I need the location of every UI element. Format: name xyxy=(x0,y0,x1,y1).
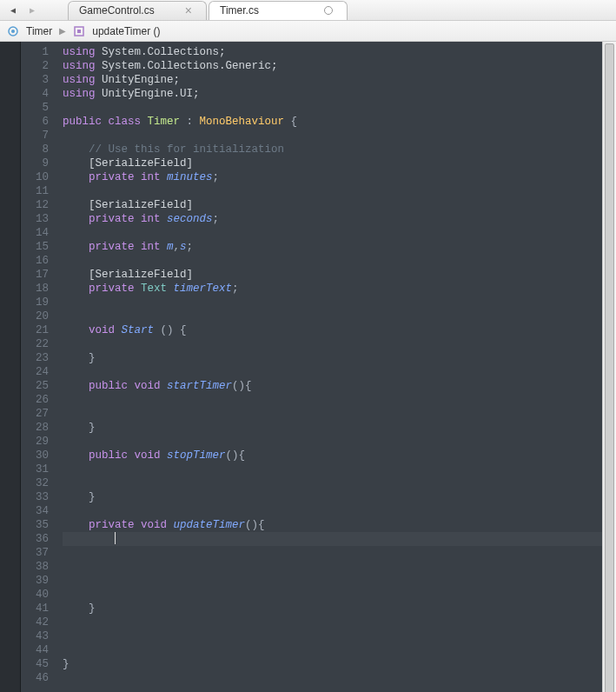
code-line[interactable]: using UnityEngine.UI; xyxy=(63,87,609,101)
code-line[interactable]: private void updateTimer(){ xyxy=(63,518,609,532)
code-line[interactable] xyxy=(63,337,609,351)
line-number: 23 xyxy=(21,351,49,365)
line-number: 4 xyxy=(21,87,49,101)
vertical-scrollbar[interactable] xyxy=(602,42,616,692)
code-line[interactable]: } xyxy=(63,490,609,504)
line-number: 44 xyxy=(21,643,49,657)
line-number: 3 xyxy=(21,73,49,87)
line-number: 32 xyxy=(21,476,49,490)
code-line[interactable] xyxy=(63,101,609,115)
code-line[interactable]: [SerializeField] xyxy=(63,156,609,170)
line-number: 19 xyxy=(21,296,49,309)
line-number: 46 xyxy=(21,671,49,685)
svg-point-1 xyxy=(11,30,15,33)
line-number: 34 xyxy=(21,504,49,518)
line-number: 10 xyxy=(21,170,49,184)
code-line[interactable] xyxy=(63,254,609,268)
code-line[interactable]: [SerializeField] xyxy=(63,198,609,212)
line-number: 43 xyxy=(21,629,49,643)
code-line[interactable] xyxy=(63,226,609,240)
code-line[interactable]: private int m,s; xyxy=(63,240,609,254)
editor: 1234567891011121314151617181920212223242… xyxy=(0,42,616,692)
tab-bar: GameControl.cs×Timer.cs xyxy=(68,1,349,20)
code-line[interactable] xyxy=(63,476,609,490)
line-number: 11 xyxy=(21,184,49,198)
code-line[interactable] xyxy=(63,560,609,574)
code-line[interactable] xyxy=(63,365,609,379)
code-line[interactable]: public class Timer : MonoBehaviour { xyxy=(63,115,609,129)
tab-close-button[interactable]: × xyxy=(185,4,192,17)
line-number: 20 xyxy=(21,309,49,323)
breadcrumb-class[interactable]: Timer xyxy=(26,25,52,37)
code-line[interactable] xyxy=(63,532,609,546)
breadcrumb: Timer ▶ updateTimer () xyxy=(0,21,616,42)
code-line[interactable]: [SerializeField] xyxy=(63,268,609,282)
code-line[interactable] xyxy=(63,435,609,449)
nav-back-button[interactable]: ◀ xyxy=(3,2,23,19)
chevron-right-icon: ▶ xyxy=(59,26,66,36)
line-number: 15 xyxy=(21,240,49,254)
scrollbar-thumb[interactable] xyxy=(605,43,614,692)
method-icon xyxy=(73,25,85,37)
code-line[interactable]: void Start () { xyxy=(63,323,609,337)
code-line[interactable]: } xyxy=(63,351,609,365)
line-number: 7 xyxy=(21,129,49,143)
code-line[interactable] xyxy=(63,504,609,518)
tab-label: GameControl.cs xyxy=(79,4,155,17)
code-line[interactable] xyxy=(63,184,609,198)
code-line[interactable] xyxy=(63,615,609,629)
code-area[interactable]: using System.Collections;using System.Co… xyxy=(56,42,616,692)
code-line[interactable] xyxy=(63,309,609,323)
line-number: 12 xyxy=(21,198,49,212)
code-line[interactable]: } xyxy=(63,602,609,615)
line-number: 42 xyxy=(21,615,49,629)
code-line[interactable] xyxy=(63,407,609,421)
line-number: 22 xyxy=(21,337,49,351)
line-number: 40 xyxy=(21,588,49,602)
code-line[interactable] xyxy=(63,296,609,309)
code-line[interactable]: } xyxy=(63,657,609,671)
breadcrumb-method[interactable]: updateTimer () xyxy=(92,25,160,37)
line-number: 45 xyxy=(21,657,49,671)
line-number: 8 xyxy=(21,143,49,156)
code-line[interactable]: public void stopTimer(){ xyxy=(63,449,609,462)
tab-modified-icon xyxy=(324,6,333,15)
code-line[interactable]: using UnityEngine; xyxy=(63,73,609,87)
line-number: 30 xyxy=(21,449,49,462)
code-line[interactable]: private int seconds; xyxy=(63,212,609,226)
line-number: 16 xyxy=(21,254,49,268)
code-line[interactable]: private Text timerText; xyxy=(63,282,609,296)
toolbar-top: ◀ ▶ GameControl.cs×Timer.cs xyxy=(0,0,616,21)
code-line[interactable]: private int minutes; xyxy=(63,170,609,184)
code-line[interactable]: } xyxy=(63,421,609,435)
line-number: 1 xyxy=(21,45,49,59)
code-line[interactable] xyxy=(63,643,609,657)
tab-timer-cs[interactable]: Timer.cs xyxy=(209,1,348,20)
code-line[interactable] xyxy=(63,462,609,476)
code-line[interactable] xyxy=(63,574,609,588)
line-number: 27 xyxy=(21,407,49,421)
line-number: 35 xyxy=(21,518,49,532)
text-cursor xyxy=(115,532,116,544)
line-number: 24 xyxy=(21,365,49,379)
code-line[interactable] xyxy=(63,629,609,643)
tab-gamecontrol-cs[interactable]: GameControl.cs× xyxy=(68,1,207,20)
line-number: 14 xyxy=(21,226,49,240)
code-line[interactable] xyxy=(63,546,609,560)
code-line[interactable]: // Use this for initialization xyxy=(63,143,609,156)
code-line[interactable]: using System.Collections.Generic; xyxy=(63,59,609,73)
line-number: 6 xyxy=(21,115,49,129)
line-number: 29 xyxy=(21,435,49,449)
code-line[interactable] xyxy=(63,671,609,685)
class-icon xyxy=(7,25,19,37)
code-line[interactable] xyxy=(63,588,609,602)
code-line[interactable] xyxy=(63,129,609,143)
line-number: 9 xyxy=(21,156,49,170)
code-line[interactable] xyxy=(63,393,609,407)
line-number: 37 xyxy=(21,546,49,560)
code-line[interactable]: public void startTimer(){ xyxy=(63,379,609,393)
line-number: 28 xyxy=(21,421,49,435)
line-number: 26 xyxy=(21,393,49,407)
nav-forward-button[interactable]: ▶ xyxy=(23,2,42,19)
code-line[interactable]: using System.Collections; xyxy=(63,45,609,59)
